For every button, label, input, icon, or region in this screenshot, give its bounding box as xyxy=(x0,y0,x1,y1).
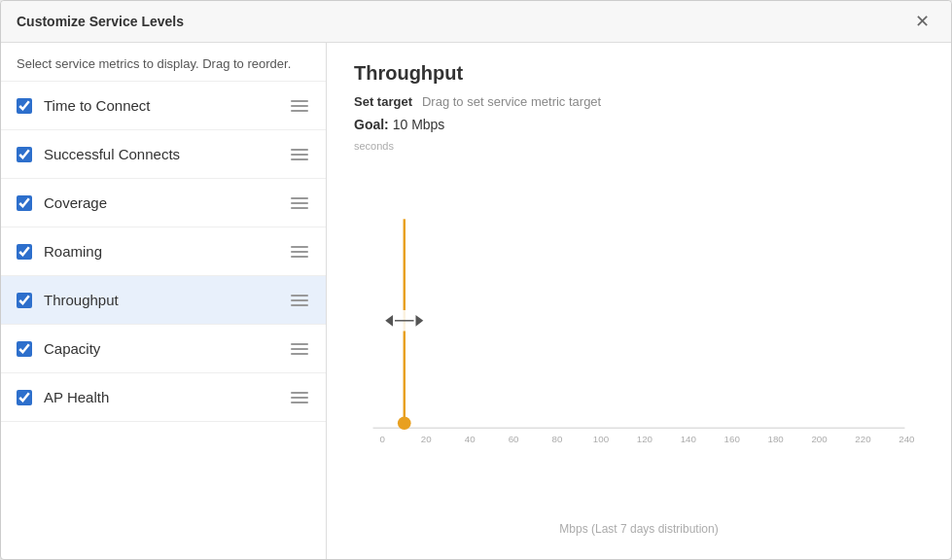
set-target-hint: Drag to set service metric target xyxy=(422,94,601,109)
svg-text:20: 20 xyxy=(421,434,432,444)
left-panel: Select service metrics to display. Drag … xyxy=(1,43,327,559)
metric-item-ap-health[interactable]: AP Health xyxy=(1,373,326,422)
svg-text:200: 200 xyxy=(811,434,828,444)
customize-service-levels-dialog: Customize Service Levels ✕ Select servic… xyxy=(0,0,952,560)
drag-handle-roaming[interactable] xyxy=(289,244,310,260)
svg-text:160: 160 xyxy=(724,434,741,444)
svg-text:40: 40 xyxy=(465,434,476,444)
close-button[interactable]: ✕ xyxy=(909,11,935,32)
svg-text:60: 60 xyxy=(509,434,519,444)
svg-text:240: 240 xyxy=(899,434,915,444)
drag-handle-capacity[interactable] xyxy=(289,341,310,357)
dialog-header: Customize Service Levels ✕ xyxy=(1,1,951,43)
checkbox-time-to-connect[interactable] xyxy=(17,98,32,114)
right-panel: Throughput Set target Drag to set servic… xyxy=(327,43,951,559)
left-panel-description: Select service metrics to display. Drag … xyxy=(1,43,326,82)
dialog-title: Customize Service Levels xyxy=(17,14,184,29)
label-ap-health: AP Health xyxy=(44,389,109,405)
label-capacity: Capacity xyxy=(44,340,100,357)
drag-handle-ap-health[interactable] xyxy=(289,390,310,405)
metric-item-time-to-connect[interactable]: Time to Connect xyxy=(1,82,326,130)
y-axis-label: seconds xyxy=(354,140,394,152)
checkbox-roaming[interactable] xyxy=(17,244,32,260)
label-time-to-connect: Time to Connect xyxy=(44,97,151,114)
svg-text:80: 80 xyxy=(552,434,563,444)
svg-point-15 xyxy=(398,416,411,430)
checkbox-throughput[interactable] xyxy=(17,293,32,308)
metric-item-capacity[interactable]: Capacity xyxy=(1,325,326,373)
metric-item-coverage[interactable]: Coverage xyxy=(1,179,326,228)
label-successful-connects: Successful Connects xyxy=(44,146,180,162)
throughput-chart-svg: 0 20 40 60 80 100 120 140 160 180 200 22… xyxy=(354,156,924,510)
drag-handle-coverage[interactable] xyxy=(289,195,310,211)
drag-handle-time-to-connect[interactable] xyxy=(289,98,310,114)
metric-item-roaming[interactable]: Roaming xyxy=(1,228,326,276)
label-roaming: Roaming xyxy=(44,243,102,260)
checkbox-successful-connects[interactable] xyxy=(17,147,32,162)
chart-area: seconds 0 20 40 60 80 100 120 14 xyxy=(354,140,924,540)
svg-text:120: 120 xyxy=(637,434,653,444)
set-target-row: Set target Drag to set service metric ta… xyxy=(354,94,924,109)
svg-text:140: 140 xyxy=(681,434,697,444)
set-target-label: Set target xyxy=(354,94,412,109)
checkbox-capacity[interactable] xyxy=(17,341,32,357)
x-axis-label: Mbps (Last 7 days distribution) xyxy=(354,522,924,536)
svg-text:100: 100 xyxy=(593,434,610,444)
drag-cursor-icon[interactable] xyxy=(383,310,425,331)
metric-item-successful-connects[interactable]: Successful Connects xyxy=(1,130,326,179)
metric-item-throughput[interactable]: Throughput xyxy=(1,276,326,325)
chart-svg[interactable]: 0 20 40 60 80 100 120 140 160 180 200 22… xyxy=(354,156,924,510)
drag-handle-throughput[interactable] xyxy=(289,293,310,308)
svg-text:220: 220 xyxy=(855,434,871,444)
dialog-body: Select service metrics to display. Drag … xyxy=(1,43,951,559)
panel-title: Throughput xyxy=(354,62,924,85)
svg-text:180: 180 xyxy=(767,434,784,444)
checkbox-ap-health[interactable] xyxy=(17,390,32,405)
goal-value: 10 Mbps xyxy=(393,117,445,132)
checkbox-coverage[interactable] xyxy=(17,195,32,211)
goal-row: Goal: 10 Mbps xyxy=(354,117,924,132)
svg-text:0: 0 xyxy=(380,434,386,444)
metrics-list: Time to ConnectSuccessful ConnectsCovera… xyxy=(1,82,326,422)
goal-key-label: Goal: xyxy=(354,117,389,132)
label-throughput: Throughput xyxy=(44,292,119,308)
label-coverage: Coverage xyxy=(44,194,107,211)
drag-handle-successful-connects[interactable] xyxy=(289,147,310,162)
